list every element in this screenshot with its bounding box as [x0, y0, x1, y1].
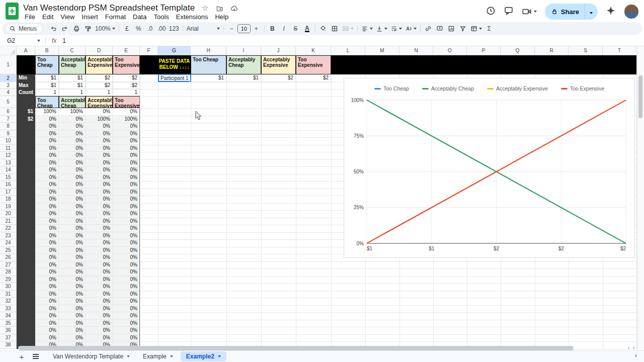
stat-cell[interactable]: $1 [35, 82, 59, 89]
column-header-T[interactable]: T [603, 46, 636, 55]
percent-cell[interactable]: 0% [113, 159, 140, 167]
percent-cell[interactable]: 0% [35, 291, 59, 298]
percent-cell[interactable]: 0% [86, 247, 113, 254]
row-header-25[interactable]: 25 [0, 247, 17, 254]
column-header-L[interactable]: L [331, 46, 365, 55]
column-header-R[interactable]: R [535, 46, 569, 55]
row-header-21[interactable]: 21 [0, 218, 17, 225]
column-header-M[interactable]: M [365, 46, 399, 55]
percent-cell[interactable]: 0% [86, 210, 113, 218]
percent-cell[interactable]: 100% [59, 108, 86, 116]
percent-cell[interactable]: 0% [86, 123, 113, 130]
stat-cell[interactable]: $1 [59, 82, 86, 89]
percent-cell[interactable]: 0% [86, 108, 113, 116]
scroll-right-icon[interactable]: › [633, 345, 634, 350]
percent-cell[interactable]: 0% [113, 210, 140, 218]
column-header-Q[interactable]: Q [501, 46, 535, 55]
percent-cell[interactable]: 0% [35, 261, 59, 269]
sheet-tab-example[interactable]: Example [137, 351, 179, 361]
vertical-scrollbar-thumb[interactable] [638, 75, 642, 118]
percent-cell[interactable]: 0% [113, 196, 140, 203]
row-header-9[interactable]: 9 [0, 130, 17, 138]
percent-cell[interactable]: 0% [59, 210, 86, 218]
percent-cell[interactable]: 0% [113, 305, 140, 313]
stat-cell[interactable]: $2 [113, 82, 140, 89]
percent-cell[interactable]: 0% [35, 232, 59, 240]
percent-cell[interactable]: 0% [113, 218, 140, 225]
percent-cell[interactable]: 0% [113, 123, 140, 130]
percent-cell[interactable]: 0% [113, 181, 140, 189]
percent-cell[interactable]: 0% [113, 130, 140, 138]
percent-cell[interactable]: 0% [113, 189, 140, 196]
percent-cell[interactable]: 100% [35, 108, 59, 116]
percent-cell[interactable]: 0% [35, 159, 59, 167]
percent-cell[interactable]: 0% [59, 137, 86, 145]
percent-cell[interactable]: 0% [35, 320, 59, 327]
column-header-A[interactable]: A [17, 46, 35, 55]
percent-cell[interactable]: 0% [86, 261, 113, 269]
column-header-I[interactable]: I [226, 46, 261, 55]
column-header-F[interactable]: F [140, 46, 158, 55]
percent-cell[interactable]: 0% [59, 268, 86, 276]
percent-cell[interactable]: 0% [86, 239, 113, 247]
row-header-14[interactable]: 14 [0, 166, 17, 174]
row-header-7[interactable]: 7 [0, 116, 17, 123]
percent-cell[interactable]: 0% [113, 152, 140, 159]
percent-cell[interactable]: 0% [35, 254, 59, 261]
percent-cell[interactable]: 0% [59, 181, 86, 189]
percent-cell[interactable]: 0% [35, 247, 59, 254]
percent-cell[interactable]: 100% [86, 116, 113, 123]
stat-cell[interactable]: $1 [35, 74, 59, 82]
column-header-J[interactable]: J [261, 46, 296, 55]
selected-cell-g2[interactable]: Participant 1 [158, 74, 191, 82]
row-header-16[interactable]: 16 [0, 181, 17, 189]
column-header-N[interactable]: N [399, 46, 433, 55]
percent-cell[interactable]: 0% [113, 320, 140, 327]
stat-cell[interactable]: 1 [86, 89, 113, 96]
row-header-37[interactable]: 37 [0, 334, 17, 342]
percent-cell[interactable]: 0% [59, 276, 86, 284]
row-header-24[interactable]: 24 [0, 239, 17, 247]
participant-value-cell[interactable]: $2 [296, 74, 331, 82]
percent-cell[interactable]: 0% [86, 298, 113, 305]
row-header-19[interactable]: 19 [0, 203, 17, 211]
column-header-O[interactable]: O [433, 46, 467, 55]
percent-cell[interactable]: 0% [35, 145, 59, 152]
percent-cell[interactable]: 0% [59, 159, 86, 167]
row-header-10[interactable]: 10 [0, 137, 17, 145]
percent-cell[interactable]: 0% [59, 261, 86, 269]
row-header-18[interactable]: 18 [0, 196, 17, 203]
scroll-left-icon[interactable]: ‹ [628, 345, 629, 350]
percent-cell[interactable]: 0% [113, 137, 140, 145]
percent-cell[interactable]: 0% [35, 166, 59, 174]
percent-cell[interactable]: 0% [59, 225, 86, 232]
select-all-corner[interactable] [0, 46, 17, 55]
row-header-34[interactable]: 34 [0, 312, 17, 320]
percent-cell[interactable]: 0% [113, 298, 140, 305]
percent-cell[interactable]: 0% [35, 239, 59, 247]
row-header-5[interactable]: 5 [0, 96, 17, 108]
percent-cell[interactable]: 0% [59, 174, 86, 182]
stat-cell[interactable]: $2 [86, 74, 113, 82]
row-header-13[interactable]: 13 [0, 159, 17, 167]
percent-cell[interactable]: 0% [35, 130, 59, 138]
percent-cell[interactable]: 0% [86, 137, 113, 145]
row-header-31[interactable]: 31 [0, 291, 17, 298]
percent-cell[interactable]: 0% [113, 276, 140, 284]
percent-cell[interactable]: 0% [59, 327, 86, 334]
row-header-35[interactable]: 35 [0, 320, 17, 327]
row-header-11[interactable]: 11 [0, 145, 17, 152]
percent-cell[interactable]: 0% [59, 320, 86, 327]
fill-handle[interactable] [189, 80, 192, 82]
percent-cell[interactable]: 0% [86, 130, 113, 138]
stat-cell[interactable]: 1 [59, 89, 86, 96]
percent-cell[interactable]: 0% [86, 312, 113, 320]
column-header-S[interactable]: S [569, 46, 603, 55]
percent-cell[interactable]: 0% [59, 291, 86, 298]
percent-cell[interactable]: 0% [35, 268, 59, 276]
percent-cell[interactable]: 0% [59, 189, 86, 196]
percent-cell[interactable]: 0% [59, 116, 86, 123]
row-header-1[interactable]: 1 [0, 55, 17, 74]
row-header-20[interactable]: 20 [0, 210, 17, 218]
percent-cell[interactable]: 0% [35, 203, 59, 211]
